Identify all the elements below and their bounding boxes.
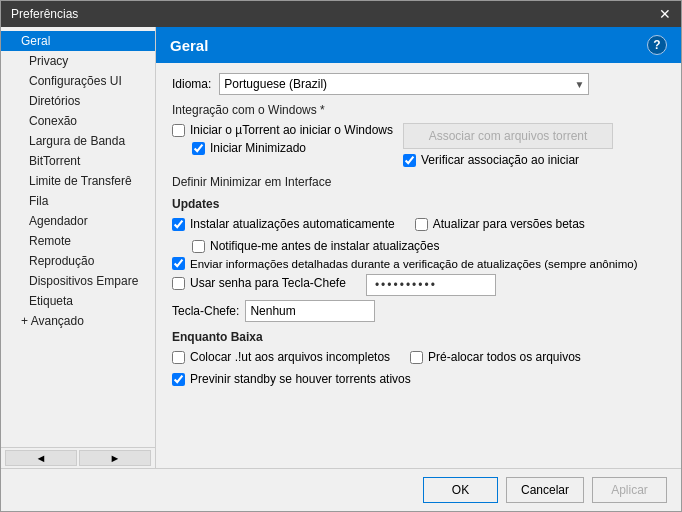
sidebar-item-label: Fila — [29, 194, 48, 208]
checkbox-verificar-associacao[interactable] — [403, 154, 416, 167]
sidebar-item-privacy[interactable]: Privacy — [1, 51, 155, 71]
sidebar-scroll-left[interactable]: ◄ — [5, 450, 77, 466]
language-dropdown[interactable]: Portuguese (Brazil) ▼ — [219, 73, 589, 95]
enquanto-baixa-label: Enquanto Baixa — [172, 330, 665, 344]
chevron-down-icon: ▼ — [574, 79, 584, 90]
sidebar-item-avancado[interactable]: + Avançado — [1, 311, 155, 331]
dialog-body: GeralPrivacyConfigurações UIDiretóriosCo… — [1, 27, 681, 468]
tecla-chefe-row: Tecla-Chefe: — [172, 300, 665, 322]
sidebar-item-label: Agendador — [29, 214, 88, 228]
checkbox-notifique-row: Notifique-me antes de instalar atualizaç… — [192, 239, 665, 253]
checkbox-atualizar-versoes-betas[interactable] — [415, 218, 428, 231]
checkbox-usar-senha[interactable] — [172, 277, 185, 290]
bottom-bar: OK Cancelar Aplicar — [1, 468, 681, 511]
checkbox-iniciar-utorrent-row: Iniciar o µTorrent ao iniciar o Windows — [172, 123, 393, 137]
sidebar-item-label: Configurações UI — [29, 74, 122, 88]
checkbox-instalar-atualizacoes-label[interactable]: Instalar atualizações automaticamente — [190, 217, 395, 231]
section-header: Geral ? — [156, 27, 681, 63]
checkbox-betas-row: Atualizar para versões betas — [415, 217, 585, 231]
sidebar-item-label: Avançado — [31, 314, 84, 328]
title-bar: Preferências ✕ — [1, 1, 681, 27]
language-value: Portuguese (Brazil) — [224, 77, 327, 91]
tecla-chefe-label: Tecla-Chefe: — [172, 304, 239, 318]
sidebar-item-reproducao[interactable]: Reprodução — [1, 251, 155, 271]
checkbox-previnir-standby[interactable] — [172, 373, 185, 386]
sidebar-item-label: BitTorrent — [29, 154, 80, 168]
checkbox-enviar-informacoes[interactable] — [172, 257, 185, 270]
checkbox-notifique-me-label[interactable]: Notifique-me antes de instalar atualizaç… — [210, 239, 439, 253]
sidebar-item-label: Etiqueta — [29, 294, 73, 308]
checkbox-instalar-atualizacoes[interactable] — [172, 218, 185, 231]
sidebar-item-configuracoes-ui[interactable]: Configurações UI — [1, 71, 155, 91]
enquanto-row1: Colocar .!ut aos arquivos incompletos Pr… — [172, 350, 665, 368]
sidebar-item-bittorrent[interactable]: BitTorrent — [1, 151, 155, 171]
checkbox-verificar-associacao-label[interactable]: Verificar associação ao iniciar — [421, 153, 579, 167]
sidebar-item-diretorios[interactable]: Diretórios — [1, 91, 155, 111]
checkbox-colocar-lut-label[interactable]: Colocar .!ut aos arquivos incompletos — [190, 350, 390, 364]
password-field: •••••••••• — [366, 274, 496, 296]
aplicar-button[interactable]: Aplicar — [592, 477, 667, 503]
left-checkboxes: Iniciar o µTorrent ao iniciar o Windows … — [172, 123, 393, 159]
sidebar-item-label: Privacy — [29, 54, 68, 68]
sidebar-list: GeralPrivacyConfigurações UIDiretóriosCo… — [1, 27, 155, 335]
windows-integration-label: Integração com o Windows * — [172, 103, 665, 117]
checkbox-verificar-row: Verificar associação ao iniciar — [403, 153, 665, 167]
updates-label: Updates — [172, 197, 665, 211]
checkbox-iniciar-utorrent-label[interactable]: Iniciar o µTorrent ao iniciar o Windows — [190, 123, 393, 137]
language-row: Idioma: Portuguese (Brazil) ▼ — [172, 73, 665, 95]
sidebar-item-label: Geral — [21, 34, 50, 48]
checkbox-iniciar-minimizado[interactable] — [192, 142, 205, 155]
sidebar-item-agendador[interactable]: Agendador — [1, 211, 155, 231]
tecla-chefe-input[interactable] — [245, 300, 375, 322]
sidebar-item-fila[interactable]: Fila — [1, 191, 155, 211]
cancelar-button[interactable]: Cancelar — [506, 477, 584, 503]
updates-row1: Instalar atualizações automaticamente At… — [172, 217, 665, 235]
checkbox-usar-senha-label[interactable]: Usar senha para Tecla-Chefe — [190, 276, 346, 290]
checkbox-enviar-informacoes-label[interactable]: Enviar informações detalhadas durante a … — [190, 258, 637, 270]
sidebar-item-remote[interactable]: Remote — [1, 231, 155, 251]
sidebar-item-label: Largura de Banda — [29, 134, 125, 148]
sidebar-item-conexao[interactable]: Conexão — [1, 111, 155, 131]
checkbox-previnir-row: Previnir standby se houver torrents ativ… — [172, 372, 665, 386]
checkbox-colocar-lut[interactable] — [172, 351, 185, 364]
senha-row: Usar senha para Tecla-Chefe •••••••••• — [172, 274, 665, 296]
content-area: Idioma: Portuguese (Brazil) ▼ Integração… — [156, 63, 681, 400]
right-btn-area: Associar com arquivos torrent Verificar … — [403, 123, 665, 171]
sidebar-item-label: Conexão — [29, 114, 77, 128]
sidebar-item-label: Limite de Transferê — [29, 174, 132, 188]
checkbox-iniciar-minimizado-label[interactable]: Iniciar Minimizado — [210, 141, 306, 155]
close-button[interactable]: ✕ — [659, 7, 671, 21]
preferences-dialog: Preferências ✕ GeralPrivacyConfigurações… — [0, 0, 682, 512]
sidebar-scroll-right[interactable]: ► — [79, 450, 151, 466]
help-button[interactable]: ? — [647, 35, 667, 55]
checkbox-enviar-row: Enviar informações detalhadas durante a … — [172, 257, 665, 270]
checkbox-instalar-row: Instalar atualizações automaticamente — [172, 217, 395, 231]
checkbox-iniciar-minimizado-row: Iniciar Minimizado — [192, 141, 393, 155]
language-label: Idioma: — [172, 77, 211, 91]
checkbox-pre-alocar[interactable] — [410, 351, 423, 364]
expand-icon: + — [21, 314, 31, 328]
checkbox-notifique-me[interactable] — [192, 240, 205, 253]
sidebar-item-dispositivos-empare[interactable]: Dispositivos Empare — [1, 271, 155, 291]
sidebar-item-label: Dispositivos Empare — [29, 274, 138, 288]
checkbox-previnir-standby-label[interactable]: Previnir standby se houver torrents ativ… — [190, 372, 411, 386]
sidebar-items: GeralPrivacyConfigurações UIDiretóriosCo… — [1, 27, 155, 447]
checkbox-iniciar-utorrent[interactable] — [172, 124, 185, 137]
sidebar-item-label: Reprodução — [29, 254, 94, 268]
static-definir: Definir Minimizar em Interface — [172, 175, 665, 189]
sidebar-item-geral[interactable]: Geral — [1, 31, 155, 51]
sidebar: GeralPrivacyConfigurações UIDiretóriosCo… — [1, 27, 156, 468]
sidebar-item-largura-de-banda[interactable]: Largura de Banda — [1, 131, 155, 151]
dialog-title: Preferências — [11, 7, 78, 21]
main-content: Geral ? Idioma: Portuguese (Brazil) ▼ In… — [156, 27, 681, 468]
section-title: Geral — [170, 37, 208, 54]
checkbox-atualizar-versoes-betas-label[interactable]: Atualizar para versões betas — [433, 217, 585, 231]
associar-button[interactable]: Associar com arquivos torrent — [403, 123, 613, 149]
ok-button[interactable]: OK — [423, 477, 498, 503]
sidebar-item-label: Remote — [29, 234, 71, 248]
sidebar-item-etiqueta[interactable]: Etiqueta — [1, 291, 155, 311]
checkbox-pre-alocar-label[interactable]: Pré-alocar todos os arquivos — [428, 350, 581, 364]
sidebar-item-limite-de-transfer[interactable]: Limite de Transferê — [1, 171, 155, 191]
sidebar-item-label: Diretórios — [29, 94, 80, 108]
